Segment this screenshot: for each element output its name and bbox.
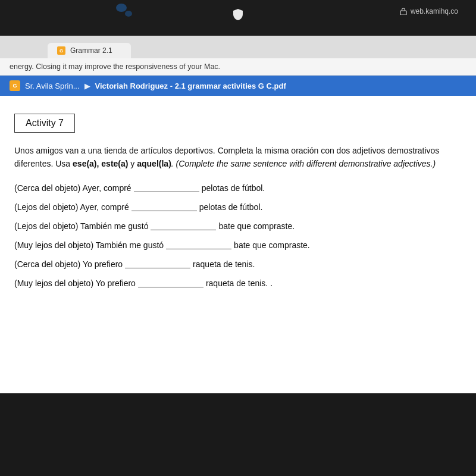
breadcrumb-filename[interactable]: Victoriah Rodriguez - 2.1 grammar activi… [95,82,286,90]
line-2-suffix: pelotas de fútbol. [199,202,263,212]
instructions-bold2: aquel(la) [137,159,171,168]
instructions-paragraph: Unos amigos van a una tienda de artículo… [14,145,462,170]
blank-1[interactable] [134,192,199,192]
tab-favicon-icon: G [57,46,65,55]
line-6-suffix: raqueta de tenis. [206,278,268,288]
blank-6[interactable] [138,287,203,287]
breadcrumb-arrow-icon: ▶ [84,82,90,90]
tab-label: Grammar 2.1 [70,46,112,55]
exercise-line-2: (Lejos del objeto) Ayer, compré pelotas … [14,202,462,212]
line-2-prefix: (Lejos del objeto) Ayer, compré [14,202,129,212]
instructions-italic: . (Complete the same sentence with diffe… [171,159,436,168]
activity-title-box: Activity 7 [14,114,75,133]
line-3-prefix: (Lejos del objeto) También me gustó [14,221,148,231]
line-5-prefix: (Cerca del objeto) Yo prefiero [14,259,123,269]
blank-5[interactable] [125,268,190,268]
content-area: Activity 7 Unos amigos van a una tienda … [0,96,476,393]
blank-3[interactable] [151,230,216,230]
exercise-line-5: (Cerca del objeto) Yo prefiero raqueta d… [14,259,462,269]
line-4-prefix: (Muy lejos del objeto) También me gustó [14,240,164,250]
instructions-mid: y [128,159,137,168]
exercise-line-4: (Muy lejos del objeto) También me gustó … [14,240,462,250]
exercise-line-1: (Cerca del objeto) Ayer, compré pelotas … [14,183,462,193]
instructions-bold1: ese(a), este(a) [73,159,128,168]
browser-tab[interactable]: G Grammar 2.1 [48,43,131,58]
exercise-lines: (Cerca del objeto) Ayer, compré pelotas … [14,183,462,288]
breadcrumb-folder-icon: G [10,80,20,91]
line-5-suffix: raqueta de tenis. [193,259,255,269]
line-4-suffix: bate que compraste. [234,240,310,250]
line-1-prefix: (Cerca del objeto) Ayer, compré [14,183,131,193]
notification-text: energy. Closing it may improve the respo… [10,62,220,71]
breadcrumb-bar: G Sr. Avila Sprin... ▶ Victoriah Rodrigu… [0,76,476,96]
exercise-line-3: (Lejos del objeto) También me gustó bate… [14,221,462,231]
exercise-line-6: (Muy lejos del objeto) Yo prefiero raque… [14,278,462,288]
line-6-prefix: (Muy lejos del objeto) Yo prefiero [14,278,136,288]
activity-title: Activity 7 [26,118,64,128]
line-1-suffix: pelotas de fútbol. [202,183,265,193]
svg-rect-0 [400,11,406,15]
url-display: web.kamihq.co [411,7,458,15]
line-3-suffix: bate que compraste. [218,221,295,231]
blank-4[interactable] [166,249,231,249]
breadcrumb-source[interactable]: Sr. Avila Sprin... [25,82,80,90]
blank-2[interactable] [131,211,197,211]
notification-bar: energy. Closing it may improve the respo… [0,58,476,76]
